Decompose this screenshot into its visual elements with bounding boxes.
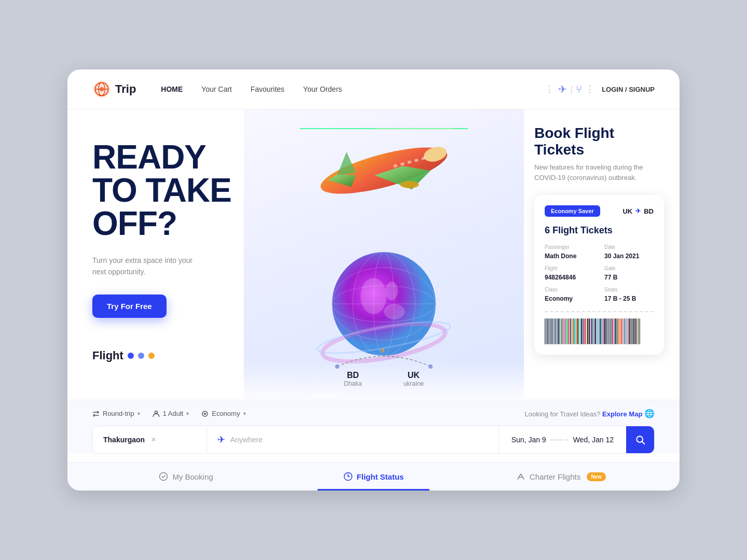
plane-nav-icon: ✈ — [558, 83, 567, 95]
nav-cart[interactable]: Your Cart — [201, 85, 232, 93]
ticket-card-section: Book Flight Tickets New features for tra… — [524, 109, 680, 400]
gate-field: Gate 77 B — [604, 265, 654, 282]
route-from: BD Dhaka — [344, 371, 362, 387]
hero-headline: READY TO TAKE OFF? — [92, 141, 244, 240]
svg-point-41 — [348, 476, 349, 477]
arrow-icon: ✈ — [635, 207, 641, 215]
svg-text:✈: ✈ — [380, 346, 386, 355]
dots-icon2: ⋮ — [585, 83, 596, 95]
search-button[interactable] — [626, 426, 654, 453]
search-to-field[interactable]: ✈ Anywhere — [207, 426, 499, 453]
login-button[interactable]: LOGIN / SIGNUP — [602, 86, 655, 93]
nav-favourites[interactable]: Favourites — [251, 85, 284, 93]
nav-flight-status[interactable]: Flight Status — [280, 463, 467, 491]
route-to: UK ukraine — [404, 371, 424, 387]
booking-title: Book Flight Tickets — [534, 125, 664, 158]
date-field: Date 30 Jan 2021 — [604, 244, 654, 260]
dots-icon: ⋮ — [545, 83, 555, 95]
logo-text: Trip — [115, 82, 136, 96]
logo[interactable]: Trip — [92, 80, 136, 99]
hero-center: ✈ BD Dhaka UK ukraine — [244, 109, 524, 400]
hero-left: READY TO TAKE OFF? Turn your extra space… — [67, 109, 244, 400]
svg-point-4 — [100, 87, 104, 92]
svg-point-6 — [316, 138, 451, 203]
try-for-free-button[interactable]: Try For Free — [92, 295, 167, 318]
flight-field: Flight 948264846 — [545, 265, 594, 282]
date-section[interactable]: Sun, Jan 9 ——→ Wed, Jan 12 — [499, 426, 626, 453]
plane-icon: ✈ — [217, 434, 225, 445]
passenger-field: Passenger Math Done — [545, 244, 594, 260]
economy-badge: Economy Saver — [545, 205, 600, 217]
bottom-nav: My Booking Flight Status Charter Flights… — [67, 462, 680, 491]
from-value: Thakurgaon — [103, 436, 145, 444]
nav-orders[interactable]: Your Orders — [303, 85, 342, 93]
nav-charter-flights[interactable]: Charter Flights New — [467, 463, 655, 491]
seat-icon — [201, 410, 209, 417]
nav-my-booking[interactable]: My Booking — [92, 463, 280, 491]
date-to: Wed, Jan 12 — [573, 436, 614, 444]
round-trip-icon — [92, 410, 100, 417]
dot-orange — [148, 353, 155, 359]
from-city: Dhaka — [344, 380, 362, 387]
logo-icon — [92, 80, 111, 99]
route-info: BD Dhaka UK ukraine — [244, 360, 524, 400]
dot-blue1 — [128, 353, 134, 359]
travel-ideas: Looking for Travel Ideas? Explore Map 🌐 — [524, 409, 655, 418]
search-bar: Thakurgaon ✕ ✈ Anywhere Sun, Jan 9 ——→ W… — [92, 426, 655, 454]
divider: | — [570, 84, 573, 95]
navbar: Trip HOME Your Cart Favourites Your Orde… — [67, 69, 680, 109]
to-city: ukraine — [404, 380, 424, 387]
fork-icon: ⑂ — [576, 83, 582, 95]
adults-filter[interactable]: 1 Adult ▾ — [153, 410, 189, 417]
svg-point-34 — [204, 413, 206, 415]
cabin-filter[interactable]: Economy ▾ — [201, 410, 245, 417]
nav-right: ⋮ ✈ | ⑂ ⋮ LOGIN / SIGNUP — [545, 83, 655, 95]
ticket-details-grid: Passenger Math Done Date 30 Jan 2021 Fli… — [545, 244, 654, 303]
flight-tickets-label: 6 Flight Tickets — [545, 225, 654, 236]
hero-subtext: Turn your extra space into your next opp… — [92, 255, 206, 278]
hero-section: READY TO TAKE OFF? Turn your extra space… — [67, 109, 680, 400]
chevron-icon: ▾ — [137, 411, 140, 416]
ticket-top-row: Economy Saver UK ✈ BD — [545, 205, 654, 217]
from-code: BD — [344, 371, 362, 380]
flight-label: Flight — [92, 349, 123, 362]
barcode — [545, 318, 654, 344]
status-icon — [343, 472, 353, 481]
ticket-divider — [545, 311, 654, 312]
nav-icons: ⋮ ✈ | ⑂ ⋮ — [545, 83, 596, 95]
main-container: Trip HOME Your Cart Favourites Your Orde… — [67, 69, 680, 491]
booking-icon — [159, 472, 168, 481]
seats-field: Seats 17 B - 25 B — [604, 287, 654, 303]
ticket-card-inner: Economy Saver UK ✈ BD 6 Flight Tickets P… — [534, 195, 664, 355]
search-filters: Round-trip ▾ 1 Adult ▾ Economy ▾ Looking… — [92, 409, 655, 418]
class-field: Class Economy — [545, 287, 594, 303]
nav-home[interactable]: HOME — [161, 85, 183, 93]
to-code: UK — [404, 371, 424, 380]
svg-point-16 — [400, 181, 419, 188]
svg-point-32 — [155, 411, 157, 413]
booking-subtitle: New features for traveling during the CO… — [534, 162, 664, 183]
date-arrow-icon: ——→ — [550, 436, 569, 443]
ticket-header: Book Flight Tickets New features for tra… — [534, 125, 664, 183]
airplane-illustration — [296, 115, 472, 208]
dot-blue2 — [138, 353, 144, 359]
search-section: Round-trip ▾ 1 Adult ▾ Economy ▾ Looking… — [67, 400, 680, 454]
person-icon — [153, 410, 160, 417]
to-placeholder: Anywhere — [230, 436, 262, 444]
flight-dots: Flight — [92, 349, 244, 362]
explore-map-link[interactable]: Explore Map — [602, 410, 642, 418]
chevron-icon3: ▾ — [243, 411, 246, 416]
date-from: Sun, Jan 9 — [511, 436, 546, 444]
nav-links: HOME Your Cart Favourites Your Orders — [161, 85, 545, 93]
new-badge: New — [587, 472, 606, 481]
svg-point-21 — [385, 282, 398, 300]
remove-from-button[interactable]: ✕ — [151, 436, 156, 443]
svg-line-36 — [642, 442, 645, 444]
search-from-field[interactable]: Thakurgaon ✕ — [93, 426, 207, 453]
chevron-icon2: ▾ — [186, 411, 189, 416]
globe-icon: 🌐 — [644, 409, 655, 418]
search-icon — [635, 435, 645, 445]
round-trip-filter[interactable]: Round-trip ▾ — [92, 410, 140, 417]
charter-icon — [516, 472, 525, 481]
route-badge: UK ✈ BD — [622, 207, 654, 215]
